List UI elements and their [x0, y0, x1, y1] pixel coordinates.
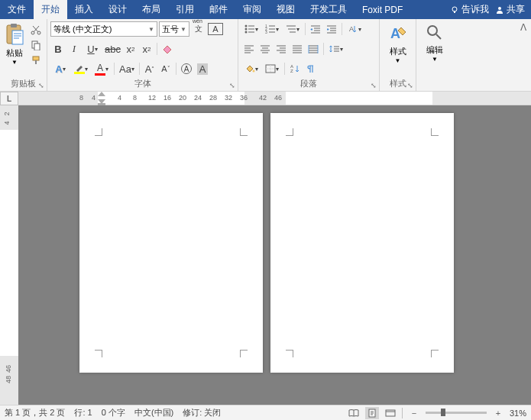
horizontal-ruler[interactable]: 8 4 4 8 12 16 20 24 28 32 36 42 46 — [18, 92, 531, 105]
zoom-thumb[interactable] — [441, 409, 445, 416]
print-layout-button[interactable] — [365, 407, 379, 419]
phonetic-guide-button[interactable]: 文wén — [191, 21, 206, 37]
tab-foxit[interactable]: Foxit PDF — [355, 0, 410, 19]
numbering-button[interactable]: 123▾ — [262, 21, 282, 37]
crop-mark — [431, 128, 439, 136]
crop-mark — [240, 350, 248, 357]
borders-icon — [265, 64, 276, 73]
tab-mailings[interactable]: 邮件 — [202, 0, 235, 19]
paste-button[interactable]: 粘贴 ▼ — [3, 21, 26, 67]
svg-point-12 — [245, 31, 248, 34]
editing-button[interactable]: 编辑 ▼ — [423, 21, 446, 90]
text-effects-button[interactable]: A▾ — [50, 61, 70, 76]
character-border-button[interactable]: A — [208, 23, 223, 35]
font-color-button[interactable]: A▾ — [92, 61, 112, 76]
zoom-out-button[interactable]: − — [407, 407, 421, 419]
font-name-select[interactable]: 等线 (中文正文)▼ — [50, 21, 157, 37]
align-left-icon — [244, 44, 254, 53]
tab-references[interactable]: 引用 — [168, 0, 202, 19]
vertical-ruler[interactable]: 2 4 4 6 8 10 12 14 16 18 20 22 24 26 28 … — [0, 105, 18, 405]
format-painter-button[interactable] — [28, 53, 44, 67]
clear-formatting-button[interactable] — [160, 41, 175, 57]
styles-button[interactable]: A 样式 ▼ — [386, 21, 410, 76]
shrink-font-button[interactable]: A˅ — [158, 61, 173, 76]
share-button[interactable]: 共享 — [495, 3, 525, 16]
line-status[interactable]: 行: 1 — [74, 407, 92, 418]
align-left-button[interactable] — [241, 41, 257, 57]
superscript-button[interactable]: x2 — [139, 41, 154, 57]
align-right-button[interactable] — [274, 41, 289, 57]
align-center-icon — [260, 44, 270, 53]
paragraph-launcher[interactable]: ⤡ — [370, 82, 377, 89]
language-status[interactable]: 中文(中国) — [134, 407, 173, 418]
crop-mark — [240, 128, 248, 136]
tab-developer[interactable]: 开发工具 — [303, 0, 355, 19]
chevron-down-icon: ▾ — [95, 46, 98, 53]
tab-selector[interactable]: L — [0, 92, 18, 105]
font-size-select[interactable]: 五号▼ — [159, 21, 189, 37]
character-shading-button[interactable]: A — [195, 61, 210, 76]
tab-layout[interactable]: 布局 — [134, 0, 168, 19]
read-mode-button[interactable] — [347, 407, 361, 419]
svg-text:A: A — [349, 25, 354, 33]
line-spacing-icon — [329, 44, 340, 53]
line-spacing-button[interactable]: ▾ — [326, 41, 346, 57]
collapse-ribbon-button[interactable]: ᐱ — [516, 19, 531, 91]
bold-button[interactable]: B — [50, 41, 66, 57]
tab-review[interactable]: 审阅 — [235, 0, 269, 19]
svg-point-11 — [245, 28, 248, 31]
grow-font-button[interactable]: A˄ — [142, 61, 157, 76]
borders-button[interactable]: ▾ — [262, 61, 282, 76]
web-layout-button[interactable] — [384, 407, 397, 419]
sort-button[interactable]: AZ — [287, 61, 303, 76]
clipboard-launcher[interactable]: ⤡ — [37, 82, 45, 89]
page-2[interactable] — [270, 113, 454, 373]
align-center-button[interactable] — [257, 41, 273, 57]
underline-button[interactable]: U ▾ — [83, 41, 102, 57]
font-launcher[interactable]: ⤡ — [228, 82, 236, 89]
bullets-icon — [244, 24, 255, 34]
bullets-button[interactable]: ▾ — [241, 21, 261, 37]
subscript-button[interactable]: x2 — [123, 41, 138, 57]
document-canvas[interactable] — [18, 105, 531, 405]
crop-mark — [286, 350, 293, 357]
chevron-down-icon: ▾ — [340, 46, 343, 53]
tell-me-button[interactable]: 告诉我 — [450, 3, 489, 16]
enclose-characters-button[interactable]: A — [179, 61, 194, 76]
zoom-level[interactable]: 31% — [510, 409, 526, 418]
eraser-icon — [161, 44, 173, 54]
tab-design[interactable]: 设计 — [101, 0, 134, 19]
show-marks-button[interactable] — [303, 61, 319, 76]
strikethrough-button[interactable]: abc — [103, 41, 122, 57]
tab-file[interactable]: 文件 — [0, 0, 34, 19]
group-styles: A 样式 ▼ 样式 ⤡ — [380, 19, 416, 91]
styles-launcher[interactable]: ⤡ — [406, 82, 414, 89]
asian-layout-button[interactable]: A▾ — [345, 21, 364, 37]
decrease-indent-button[interactable] — [308, 21, 323, 37]
zoom-in-button[interactable]: + — [491, 407, 505, 419]
zoom-slider[interactable] — [426, 412, 487, 414]
change-case-button[interactable]: Aa▾ — [117, 61, 137, 76]
page-status[interactable]: 第 1 页，共 2 页 — [5, 407, 65, 418]
indent-marker[interactable] — [98, 92, 105, 105]
crop-mark — [95, 350, 102, 357]
increase-indent-button[interactable] — [324, 21, 339, 37]
separator — [402, 408, 403, 418]
chevron-down-icon: ▾ — [105, 66, 108, 73]
editing-label-text: 编辑 — [426, 44, 443, 56]
cut-button[interactable] — [28, 23, 44, 37]
page-1[interactable] — [79, 113, 263, 373]
align-justify-button[interactable] — [290, 41, 305, 57]
distributed-button[interactable] — [306, 41, 321, 57]
word-count[interactable]: 0 个字 — [102, 407, 125, 418]
tab-home[interactable]: 开始 — [34, 0, 67, 19]
highlight-button[interactable]: ▾ — [71, 61, 91, 76]
italic-button[interactable]: I — [66, 41, 82, 57]
tab-view[interactable]: 视图 — [269, 0, 303, 19]
tab-insert[interactable]: 插入 — [67, 0, 101, 19]
track-changes-status[interactable]: 修订: 关闭 — [183, 407, 221, 418]
copy-button[interactable] — [28, 38, 44, 52]
multilevel-list-button[interactable]: ▾ — [283, 21, 303, 37]
copy-icon — [31, 40, 41, 50]
shading-button[interactable]: ▾ — [241, 61, 261, 76]
